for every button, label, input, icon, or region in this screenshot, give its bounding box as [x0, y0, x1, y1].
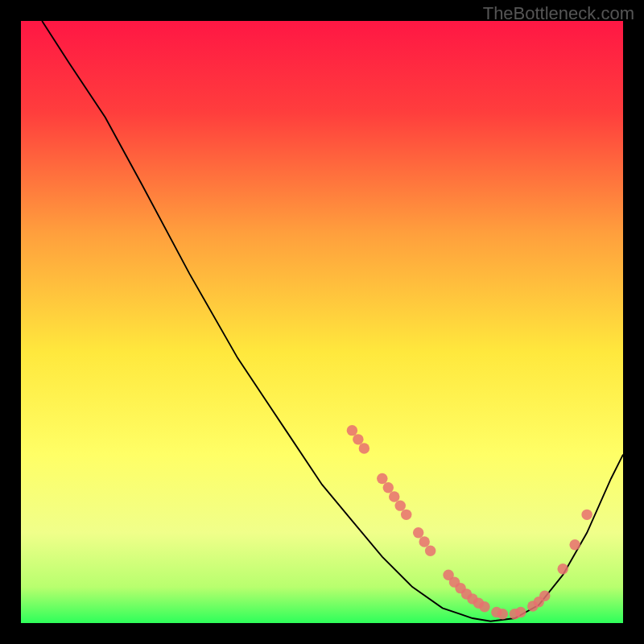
curve-marker: [539, 591, 550, 601]
curve-marker: [383, 482, 394, 493]
curve-marker: [401, 510, 411, 520]
curve-marker: [389, 491, 399, 502]
curve-marker: [569, 539, 580, 550]
curve-markers: [347, 425, 592, 620]
curve-marker: [479, 601, 489, 612]
watermark-label: TheBottleneck.com: [483, 3, 634, 24]
curve-marker: [353, 434, 363, 444]
plot-area: [21, 21, 623, 623]
curve-marker: [413, 527, 423, 538]
curve-marker: [419, 536, 429, 547]
curve-marker: [497, 609, 508, 619]
curve-line: [42, 21, 623, 621]
curve-marker: [395, 500, 406, 510]
curve-marker: [347, 425, 357, 436]
curve-marker: [515, 607, 526, 617]
curve-marker: [425, 546, 436, 556]
curve-marker: [581, 510, 592, 520]
chart-curve: [21, 21, 623, 623]
curve-marker: [359, 443, 369, 453]
curve-marker: [377, 473, 387, 484]
curve-marker: [557, 564, 568, 574]
